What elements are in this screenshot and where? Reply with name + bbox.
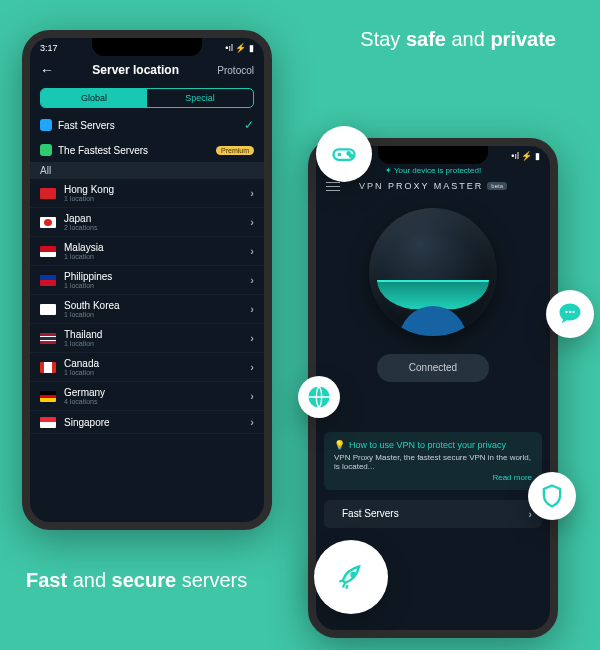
server-name: Thailand: [64, 329, 102, 340]
chevron-right-icon: ›: [250, 216, 254, 228]
chat-icon: [546, 290, 594, 338]
tip-card[interactable]: 💡How to use VPN to protect your privacy …: [324, 432, 542, 490]
gamepad-icon: [316, 126, 372, 182]
chevron-right-icon: ›: [250, 361, 254, 373]
segmented-control: Global Special: [40, 88, 254, 108]
lightbulb-icon: 💡: [334, 440, 345, 450]
chevron-right-icon: ›: [250, 303, 254, 315]
flag-icon: [40, 275, 56, 286]
server-locations: 4 locations: [64, 398, 105, 405]
rocket-icon: [314, 540, 388, 614]
flag-icon: [40, 391, 56, 402]
server-locations: 1 location: [64, 311, 120, 318]
server-locations: 1 location: [64, 195, 114, 202]
server-row[interactable]: Hong Kong1 location›: [30, 179, 264, 208]
tagline-bottom: Fast and secure servers: [26, 569, 247, 592]
protocol-link[interactable]: Protocol: [217, 65, 254, 76]
server-row[interactable]: Japan2 locations›: [30, 208, 264, 237]
status-time: 3:17: [40, 43, 58, 53]
server-name: Philippines: [64, 271, 112, 282]
svg-point-4: [569, 311, 571, 313]
server-locations: 2 locations: [64, 224, 97, 231]
premium-badge: Premium: [216, 146, 254, 155]
beta-badge: beta: [487, 182, 507, 190]
fastest-servers-row[interactable]: The Fastest Servers Premium: [30, 138, 264, 162]
phone-notch: [378, 146, 488, 164]
server-row[interactable]: Germany4 locations›: [30, 382, 264, 411]
flag-icon: [40, 333, 56, 344]
server-locations: 1 location: [64, 340, 102, 347]
server-list: Hong Kong1 location›Japan2 locations›Mal…: [30, 179, 264, 434]
phone-notch: [92, 38, 202, 56]
server-locations: 1 location: [64, 282, 112, 289]
star-icon: [40, 144, 52, 156]
server-name: Hong Kong: [64, 184, 114, 195]
server-row[interactable]: Canada1 location›: [30, 353, 264, 382]
server-locations: 1 location: [64, 369, 99, 376]
read-more-link[interactable]: Read more: [334, 473, 532, 482]
server-row[interactable]: South Korea1 location›: [30, 295, 264, 324]
helmet-icon: [369, 208, 497, 336]
fastest-servers-label: The Fastest Servers: [58, 145, 148, 156]
flag-icon: [40, 188, 56, 199]
status-indicators: •ıl ⚡ ▮: [225, 43, 254, 53]
tip-body: VPN Proxy Master, the fastest secure VPN…: [334, 453, 532, 471]
server-picker-row[interactable]: Fast Servers ›: [324, 500, 542, 528]
server-name: Japan: [64, 213, 97, 224]
phone-server-list: 3:17 •ıl ⚡ ▮ ← Server location Protocol …: [22, 30, 272, 530]
page-title: Server location: [92, 63, 179, 77]
flag-icon: [40, 246, 56, 257]
globe-icon: [298, 376, 340, 418]
svg-point-7: [352, 573, 356, 577]
chevron-right-icon: ›: [250, 245, 254, 257]
tab-special[interactable]: Special: [147, 89, 253, 107]
tab-global[interactable]: Global: [41, 89, 147, 107]
check-icon: ✓: [244, 118, 254, 132]
server-name: South Korea: [64, 300, 120, 311]
server-name: Canada: [64, 358, 99, 369]
app-brand: VPN PROXY MASTER beta: [359, 181, 507, 191]
flag-icon: [40, 304, 56, 315]
server-name: Germany: [64, 387, 105, 398]
shield-icon: [528, 472, 576, 520]
fast-servers-row[interactable]: Fast Servers ✓: [30, 112, 264, 138]
flag-icon: [40, 362, 56, 373]
chevron-right-icon: ›: [250, 390, 254, 402]
server-row[interactable]: Philippines1 location›: [30, 266, 264, 295]
chevron-right-icon: ›: [250, 274, 254, 286]
chevron-right-icon: ›: [250, 416, 254, 428]
chevron-right-icon: ›: [250, 332, 254, 344]
server-name: Malaysia: [64, 242, 103, 253]
back-button[interactable]: ←: [40, 62, 54, 78]
server-row-label: Fast Servers: [342, 508, 399, 519]
fast-servers-label: Fast Servers: [58, 120, 115, 131]
svg-point-3: [565, 311, 567, 313]
server-row[interactable]: Malaysia1 location›: [30, 237, 264, 266]
tagline-top: Stay safe and private: [360, 28, 556, 51]
chevron-right-icon: ›: [250, 187, 254, 199]
flag-icon: [40, 217, 56, 228]
connect-button[interactable]: Connected: [377, 354, 489, 382]
server-row[interactable]: Singapore›: [30, 411, 264, 434]
server-name: Singapore: [64, 417, 110, 428]
bolt-icon: [40, 119, 52, 131]
flag-icon: [40, 417, 56, 428]
server-row[interactable]: Thailand1 location›: [30, 324, 264, 353]
tip-title: How to use VPN to protect your privacy: [349, 440, 506, 450]
section-all: All: [30, 162, 264, 179]
server-locations: 1 location: [64, 253, 103, 260]
hero-illustration: [316, 194, 550, 336]
svg-point-5: [572, 311, 574, 313]
svg-point-2: [350, 155, 352, 157]
status-indicators: •ıl ⚡ ▮: [511, 151, 540, 161]
